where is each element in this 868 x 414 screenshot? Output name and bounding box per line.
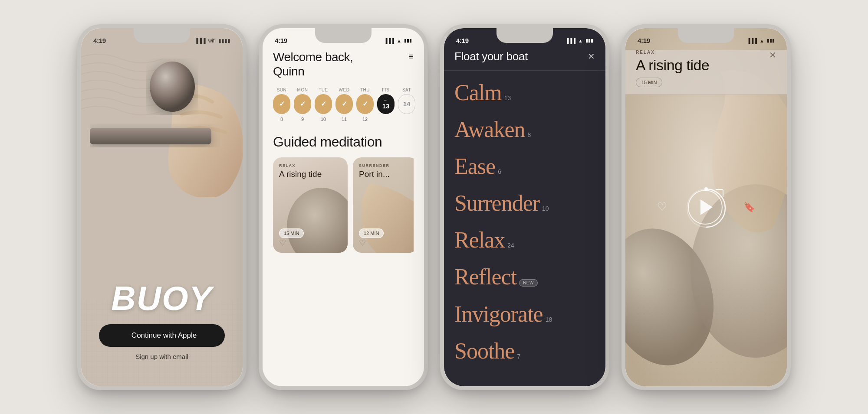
phone4-header-inner: RELAX A rising tide 15 MIN ✕ (636, 50, 776, 87)
meditation-card-port[interactable]: SURRENDER Port in... (353, 157, 414, 253)
phone-3: 4:19 ▐▐▐ ▲ ▮▮▮ Float your boat ✕ Calm 13 (440, 24, 609, 390)
card2-title: Port in... (353, 170, 414, 179)
wifi-icon-4: ▲ (760, 38, 764, 43)
progress-arc (685, 187, 727, 229)
svg-rect-7 (625, 288, 787, 386)
menu-item-soothe[interactable]: Soothe 7 (444, 333, 605, 369)
day-circle-tue (315, 94, 332, 114)
meditation-card-rising-tide[interactable]: RELAX A rising tide (273, 157, 348, 253)
category-menu-list: Calm 13 Awaken 8 Ease 6 Surrender 10 (444, 71, 605, 373)
day-circle-fri[interactable]: ··· 13 (377, 94, 395, 114)
status-icons-2: ▐▐▐ ▲ ▮▮▮ (384, 38, 412, 43)
heart-icon-card2[interactable]: ♡ (359, 238, 366, 248)
phone4-title-section: RELAX A rising tide 15 MIN (636, 50, 709, 87)
app-title: BUOY (111, 279, 212, 318)
continue-apple-button[interactable]: Continue with Apple (99, 324, 225, 347)
signup-email-link[interactable]: Sign up with email (135, 353, 188, 360)
signal-icon-4: ▐▐▐ (747, 38, 757, 43)
menu-item-calm[interactable]: Calm 13 (444, 74, 605, 111)
card1-stone-bg (287, 183, 348, 253)
surrender-label: Surrender (454, 191, 539, 215)
phone-1: 4:19 ▐▐▐ wifi ▮▮▮▮ BUOY Continue with Ap… (77, 24, 247, 390)
battery-icon-3: ▮▮▮ (585, 38, 593, 43)
time-3: 4:19 (456, 37, 469, 44)
day-wed: WED 11 (335, 88, 353, 122)
phone-4: 4:19 ▐▐▐ ▲ ▮▮▮ RELAX A rising tide 15 MI… (621, 24, 791, 390)
menu-item-reflect[interactable]: Reflect NEW (444, 258, 605, 295)
phone4-duration-badge: 15 MIN (636, 78, 662, 87)
card2-label: SURRENDER (353, 157, 414, 170)
svg-point-2 (287, 188, 348, 253)
menu-item-awaken[interactable]: Awaken 8 (444, 111, 605, 148)
day-circle-sat: 14 (398, 94, 415, 114)
bookmark-icon-player[interactable]: 🔖 (743, 202, 755, 213)
relax-label: Relax (454, 228, 505, 252)
welcome-greeting: Welcome back, Quinn (273, 50, 353, 79)
phone1-bottom-section: BUOY Continue with Apple Sign up with em… (81, 279, 243, 360)
heart-icon-card1[interactable]: ♡ (279, 238, 286, 248)
time-4: 4:19 (638, 37, 650, 44)
reflect-label: Reflect (454, 264, 516, 289)
phone2-content: Welcome back, Quinn ≡ SUN 8 MON 9 (263, 50, 424, 253)
status-bar-1: 4:19 ▐▐▐ wifi ▮▮▮▮ (81, 28, 243, 50)
wifi-icon-3: ▲ (578, 38, 583, 43)
calm-count: 13 (504, 95, 511, 101)
menu-item-surrender[interactable]: Surrender 10 (444, 185, 605, 222)
surrender-count: 10 (542, 205, 549, 212)
apple-button-label: Continue with Apple (132, 331, 197, 340)
menu-item-invigorate[interactable]: Invigorate 18 (444, 296, 605, 333)
reflect-new-badge: NEW (519, 279, 538, 287)
wifi-icon: wifi (208, 38, 216, 44)
hamburger-menu-icon[interactable]: ≡ (408, 50, 414, 62)
soothe-count: 7 (517, 353, 520, 360)
ease-count: 6 (498, 168, 501, 175)
phone3-title: Float your boat (454, 50, 528, 63)
time-2: 4:19 (275, 37, 287, 44)
signal-icon-2: ▐▐▐ (384, 38, 394, 43)
signal-icon-3: ▐▐▐ (566, 38, 575, 43)
phones-container: 4:19 ▐▐▐ wifi ▮▮▮▮ BUOY Continue with Ap… (51, 7, 817, 407)
wifi-icon-2: ▲ (397, 38, 401, 43)
card2-duration: 12 MIN (359, 228, 384, 238)
svg-point-0 (150, 62, 195, 112)
heart-icon-player[interactable]: ♡ (657, 200, 667, 214)
calm-label: Calm (454, 80, 502, 105)
close-icon[interactable]: ✕ (588, 51, 595, 62)
invigorate-count: 18 (546, 316, 552, 323)
play-button[interactable] (688, 190, 723, 225)
day-sun: SUN 8 (273, 88, 290, 122)
menu-item-ease[interactable]: Ease 6 (444, 148, 605, 185)
meditation-cards-row: RELAX A rising tide (273, 157, 414, 253)
battery-icon-2: ▮▮▮ (404, 38, 412, 43)
player-controls: ♡ 🔖 (657, 190, 755, 225)
section-title-meditation: Guided meditation (273, 134, 414, 150)
stone-sphere (146, 59, 198, 117)
soothe-label: Soothe (454, 339, 514, 363)
awaken-label: Awaken (454, 117, 525, 142)
card1-label: RELAX (273, 157, 348, 170)
days-strip: SUN 8 MON 9 TUE 10 WED (273, 88, 414, 122)
phone4-session-title: A rising tide (636, 57, 709, 73)
svg-rect-1 (90, 128, 211, 144)
menu-item-relax[interactable]: Relax 24 (444, 222, 605, 258)
phone2-header: Welcome back, Quinn ≡ (273, 50, 414, 79)
status-bar-4: 4:19 ▐▐▐ ▲ ▮▮▮ (625, 28, 787, 50)
card2-stone-bg (362, 183, 414, 253)
day-sat: SAT 14 (398, 88, 415, 122)
day-circle-thu (356, 94, 374, 114)
phone-2: 4:19 ▐▐▐ ▲ ▮▮▮ Welcome back, Quinn ≡ (259, 24, 428, 390)
status-icons-3: ▐▐▐ ▲ ▮▮▮ (566, 38, 593, 43)
ease-label: Ease (454, 154, 495, 179)
battery-icon: ▮▮▮▮ (218, 38, 230, 44)
phone3-header: Float your boat ✕ (444, 50, 605, 71)
day-fri: FRI ··· 13 (377, 88, 395, 122)
day-mon: MON 9 (294, 88, 311, 122)
close-icon-4[interactable]: ✕ (769, 50, 776, 60)
card1-title: A rising tide (273, 170, 348, 179)
day-thu: THU 12 (356, 88, 374, 122)
svg-point-10 (704, 187, 708, 191)
signal-icon: ▐▐▐ (194, 38, 206, 44)
day-tue: TUE 10 (315, 88, 332, 122)
status-bar-2: 4:19 ▐▐▐ ▲ ▮▮▮ (263, 28, 424, 50)
status-icons-4: ▐▐▐ ▲ ▮▮▮ (747, 38, 775, 43)
